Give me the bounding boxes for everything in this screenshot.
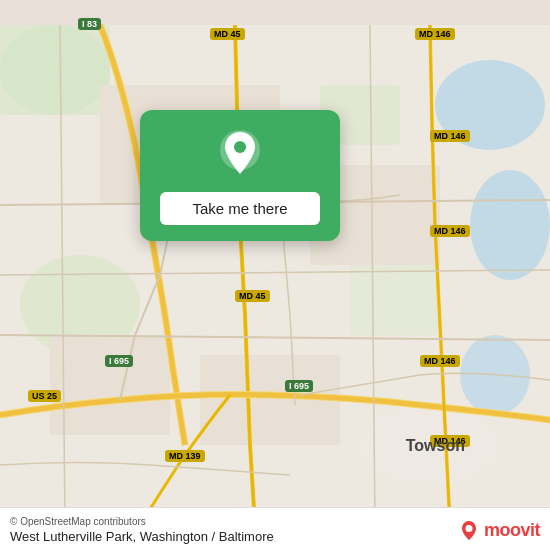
location-title: West Lutherville Park, Washington / Balt… [10,529,274,544]
svg-rect-8 [350,255,440,335]
take-me-there-button[interactable]: Take me there [160,192,320,225]
map-container: I 83MD 45I 83MD 146MD 146MD 146MD 45I 69… [0,0,550,550]
road-badge-md-146: MD 146 [420,355,460,367]
location-pin-icon [213,128,267,182]
svg-point-2 [470,170,550,280]
road-badge-md-146: MD 146 [430,225,470,237]
moovit-pin-icon [458,519,480,541]
bottom-bar: © OpenStreetMap contributors West Luther… [0,507,550,550]
road-badge-md-146: MD 146 [430,130,470,142]
osm-attribution: © OpenStreetMap contributors [10,516,274,527]
svg-point-22 [465,525,472,532]
road-badge-md-146: MD 146 [415,28,455,40]
moovit-logo: moovit [458,519,540,541]
road-badge-us-25: US 25 [28,390,61,402]
towson-label: Towson [406,437,465,455]
road-badge-i-83: I 83 [78,18,101,30]
map-background [0,0,550,550]
road-badge-md-45: MD 45 [210,28,245,40]
road-badge-md-45: MD 45 [235,290,270,302]
moovit-brand-text: moovit [484,520,540,541]
svg-point-5 [0,25,110,115]
bottom-bar-info: © OpenStreetMap contributors West Luther… [10,516,274,544]
road-badge-i-695: I 695 [285,380,313,392]
road-badge-i-695: I 695 [105,355,133,367]
road-badge-md-139: MD 139 [165,450,205,462]
location-card: Take me there [140,110,340,241]
svg-point-21 [234,141,246,153]
svg-rect-11 [50,335,170,435]
